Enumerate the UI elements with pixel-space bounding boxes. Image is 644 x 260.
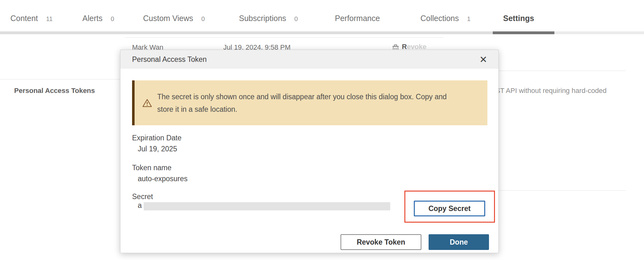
copy-secret-button[interactable]: Copy Secret [414,201,485,216]
tab-content[interactable]: Content 11 [10,14,53,23]
revoke-token-button[interactable]: Revoke Token [341,234,421,250]
section-divider-right-top [499,71,626,71]
warning-banner: The secret is only shown once and will d… [132,80,487,125]
warning-line-1: The secret is only shown once and will d… [157,90,447,103]
tab-label: Collections [420,14,459,23]
expiration-date-value: Jul 19, 2025 [138,145,177,153]
token-name-label: Token name [132,164,171,172]
close-icon[interactable]: ✕ [477,53,490,66]
tab-track-right [554,31,644,34]
description-text-fragment: ST API without requiring hard-coded [496,87,607,95]
tab-settings[interactable]: Settings [503,14,534,23]
warning-triangle-icon [142,98,152,109]
personal-access-token-dialog: Personal Access Token ✕ The secret is on… [120,50,499,253]
table-row-divider [125,37,443,38]
tab-label: Performance [335,14,380,23]
tab-performance[interactable]: Performance [335,14,380,23]
expiration-date-label: Expiration Date [132,134,181,142]
secret-label: Secret [132,192,153,201]
tab-count: 0 [201,15,205,23]
tab-custom-views[interactable]: Custom Views 0 [143,14,205,23]
section-divider-right-bottom [499,190,626,191]
token-name-value: auto-exposures [138,175,188,183]
tab-count: 0 [294,15,298,23]
active-tab-indicator [493,31,554,34]
tab-collections[interactable]: Collections 1 [420,14,470,23]
tab-label: Content [10,14,38,23]
tab-count: 1 [467,15,470,23]
warning-line-2: store it in a safe location. [157,103,447,116]
tab-label: Custom Views [143,14,193,23]
section-label-personal-access-tokens: Personal Access Tokens [14,87,95,95]
tab-label: Alerts [82,14,103,23]
done-button[interactable]: Done [429,234,489,250]
tab-label: Subscriptions [239,14,286,23]
page: Content 11 Alerts 0 Custom Views 0 Subsc… [0,0,644,260]
tab-label: Settings [503,14,534,23]
secret-redacted-bar [144,202,390,210]
tab-count: 11 [46,15,53,23]
section-divider-left [0,79,124,79]
tab-alerts[interactable]: Alerts 0 [82,14,114,23]
secret-value: a [138,201,142,210]
warning-message: The secret is only shown once and will d… [157,90,447,116]
dialog-title: Personal Access Token [132,55,207,64]
tab-subscriptions[interactable]: Subscriptions 0 [239,14,298,23]
dialog-header: Personal Access Token [120,50,498,69]
tab-count: 0 [111,15,114,23]
